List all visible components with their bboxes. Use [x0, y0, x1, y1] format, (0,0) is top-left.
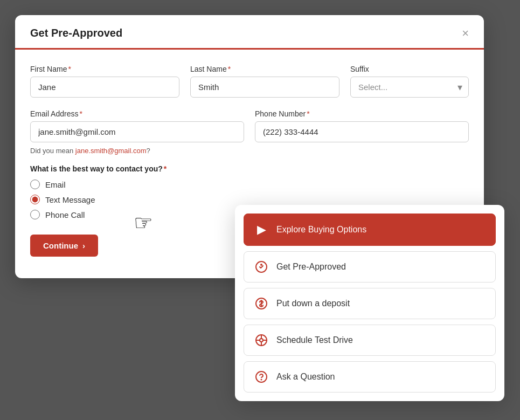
badge-icon — [254, 260, 269, 273]
suffix-select-wrapper: Select... Jr. Sr. II III ▾ — [350, 77, 469, 98]
last-name-group: Last Name* — [190, 65, 339, 98]
put-down-deposit-button[interactable]: Put down a deposit — [244, 288, 496, 319]
first-name-group: First Name* — [30, 65, 179, 98]
email-suggestion-link[interactable]: jane.smith@gmail.com — [75, 147, 147, 155]
required-star: * — [307, 109, 309, 118]
close-button[interactable]: × — [462, 27, 469, 39]
put-down-deposit-label: Put down a deposit — [276, 299, 350, 308]
modal-header: Get Pre-Approved × — [15, 15, 484, 39]
modal-title: Get Pre-Approved — [30, 27, 122, 39]
suffix-label: Suffix — [350, 65, 469, 73]
cursor-icon: ▶ — [254, 223, 269, 237]
continue-arrow-icon: › — [82, 241, 85, 250]
get-pre-approved-button[interactable]: Get Pre-Approved — [244, 251, 496, 283]
name-row: First Name* Last Name* Suffix Select... … — [30, 65, 469, 98]
email-suggestion: Did you mean jane.smith@gmail.com? — [30, 147, 469, 155]
svg-point-1 — [260, 264, 262, 266]
continue-button[interactable]: Continue › — [30, 235, 98, 257]
contact-row: Email Address* Phone Number* — [30, 109, 469, 142]
question-icon — [254, 370, 269, 383]
required-star: * — [68, 65, 71, 73]
email-label: Email Address* — [30, 109, 244, 118]
radio-email[interactable]: Email — [30, 180, 469, 189]
action-panel: ▶ Explore Buying Options Get Pre-Approve… — [235, 205, 504, 401]
last-name-label: Last Name* — [190, 65, 339, 73]
get-pre-approved-label: Get Pre-Approved — [276, 262, 346, 272]
contact-question: What is the best way to contact you?* — [30, 164, 469, 173]
ask-a-question-label: Ask a Question — [276, 372, 335, 382]
phone-label: Phone Number* — [255, 109, 469, 118]
required-star: * — [79, 109, 82, 118]
schedule-test-drive-label: Schedule Test Drive — [276, 335, 353, 345]
radio-email-label: Email — [45, 180, 66, 189]
radio-text[interactable]: Text Message — [30, 195, 469, 204]
first-name-input[interactable] — [30, 77, 179, 98]
phone-input[interactable] — [255, 121, 469, 142]
required-star: * — [164, 164, 167, 173]
radio-phone-label: Phone Call — [45, 210, 85, 219]
schedule-test-drive-button[interactable]: Schedule Test Drive — [244, 325, 496, 356]
suffix-select[interactable]: Select... Jr. Sr. II III — [350, 77, 469, 98]
explore-buying-options-label: Explore Buying Options — [276, 225, 366, 235]
phone-group: Phone Number* — [255, 109, 469, 142]
first-name-label: First Name* — [30, 65, 179, 73]
radio-text-input[interactable] — [30, 195, 40, 204]
email-input[interactable] — [30, 121, 244, 142]
suffix-group: Suffix Select... Jr. Sr. II III ▾ — [350, 65, 469, 98]
required-star: * — [228, 65, 231, 73]
email-group: Email Address* — [30, 109, 244, 142]
dollar-icon — [254, 297, 269, 310]
continue-label: Continue — [43, 241, 78, 250]
ask-a-question-button[interactable]: Ask a Question — [244, 361, 496, 393]
radio-email-input[interactable] — [30, 180, 40, 189]
explore-buying-options-button[interactable]: ▶ Explore Buying Options — [244, 214, 496, 246]
radio-phone-input[interactable] — [30, 210, 40, 219]
radio-text-label: Text Message — [45, 195, 95, 204]
last-name-input[interactable] — [190, 77, 339, 98]
steering-icon — [254, 334, 269, 347]
